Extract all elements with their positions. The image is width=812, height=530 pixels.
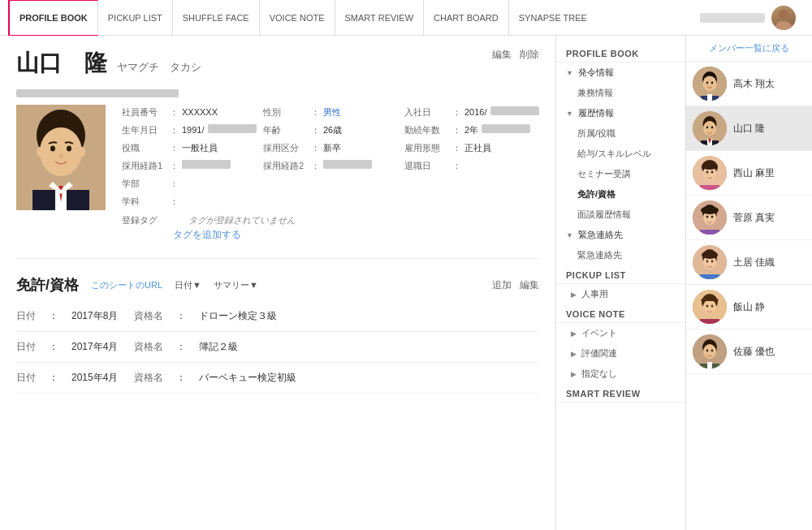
svg-point-47 xyxy=(702,251,718,259)
sidebar-smart-title: SMART REVIEW xyxy=(556,384,685,403)
field-position: 役職 ： 一般社員 xyxy=(122,140,257,156)
profile-fields: 社員番号 ： XXXXXX 性別 ： 男性 入社日 ： 2016/ xyxy=(122,105,539,242)
field-major xyxy=(263,176,398,192)
field-employment: 雇用形態 ： 正社員 xyxy=(404,140,539,156)
qual-date-1: 日付 ： 2017年4月 xyxy=(16,340,118,354)
sidebar-item-dept-position[interactable]: 所属/役職 xyxy=(556,123,685,144)
member-avatar-6 xyxy=(693,334,727,368)
field-service-years: 勤続年数 ： 2年 xyxy=(404,123,539,138)
right-sidebar: メンバー一覧に戻る 高木 翔太 xyxy=(686,36,812,530)
field-dept: 学部 ： xyxy=(122,176,257,192)
svg-rect-32 xyxy=(700,185,719,190)
nav-voice-note[interactable]: VOICE NOTE xyxy=(260,0,335,36)
svg-point-38 xyxy=(711,216,714,218)
member-item-4[interactable]: 土居 佳織 xyxy=(686,240,812,285)
member-item-0[interactable]: 高木 翔太 xyxy=(686,62,812,106)
sidebar-item-evaluation[interactable]: ▶ 評価関連 xyxy=(556,343,685,364)
member-avatar-5 xyxy=(693,290,727,324)
sidebar-item-seminar[interactable]: セミナー受講 xyxy=(556,164,685,184)
member-item-2[interactable]: 西山 麻里 xyxy=(686,151,812,196)
qualifications-actions: 追加 編集 xyxy=(492,278,539,292)
delete-button[interactable]: 削除 xyxy=(520,48,539,62)
sidebar-item-salary-skill[interactable]: 給与/スキルレベル xyxy=(556,144,685,164)
svg-point-44 xyxy=(706,261,708,263)
user-area xyxy=(692,6,804,30)
member-name-3: 菅原 真実 xyxy=(733,211,775,225)
edit-qual-button[interactable]: 編集 xyxy=(520,278,539,292)
qualifications-section: 免許/資格 このシートのURL 日付▼ サマリー▼ 追加 編集 日付 ： 201… xyxy=(16,275,539,394)
svg-point-5 xyxy=(50,146,55,152)
qual-name-1: 資格名 ： 簿記２級 xyxy=(134,340,238,354)
member-name-2: 西山 麻里 xyxy=(733,166,775,180)
sheet-url-link[interactable]: このシートのURL xyxy=(91,279,162,291)
user-avatar[interactable] xyxy=(771,6,796,30)
member-name-5: 飯山 静 xyxy=(733,300,765,314)
svg-point-33 xyxy=(702,163,718,170)
profile-photo xyxy=(16,105,106,210)
svg-point-8 xyxy=(79,147,85,157)
nav-pickup-list[interactable]: PICKUP LIST xyxy=(98,0,173,36)
member-item-5[interactable]: 飯山 静 xyxy=(686,285,812,330)
svg-point-52 xyxy=(711,305,714,308)
nav-synapse-tree[interactable]: SYNAPSE TREE xyxy=(509,0,597,36)
sidebar-item-event[interactable]: ▶ イベント xyxy=(556,323,685,343)
qual-entry-2: 日付 ： 2015年4月 資格名 ： バーベキュー検定初級 xyxy=(16,363,539,394)
sidebar-item-concurrent[interactable]: 兼務情報 xyxy=(556,83,685,103)
qual-date-2: 日付 ： 2015年4月 xyxy=(16,371,118,385)
field-major-label: 学科 ： xyxy=(122,194,257,209)
edit-button[interactable]: 編集 xyxy=(492,48,512,62)
sidebar-item-license[interactable]: 免許/資格 xyxy=(556,184,685,205)
svg-point-1 xyxy=(775,21,792,30)
middle-sidebar: PROFILE BOOK ▼ 発令情報 兼務情報 ▼ 履歴情報 所属/役職 給与… xyxy=(556,36,686,530)
member-item-6[interactable]: 佐藤 優也 xyxy=(686,330,812,374)
field-age: 年齢 ： 26歳 xyxy=(263,123,398,138)
sidebar-item-interview[interactable]: 面談履歴情報 xyxy=(556,205,685,225)
profile-name-block: 山口 隆 ヤマグチ タカシ xyxy=(16,48,201,79)
svg-point-23 xyxy=(711,127,713,129)
member-avatar-3 xyxy=(693,200,727,235)
sidebar-item-history[interactable]: ▼ 履歴情報 xyxy=(556,103,685,123)
user-avatar-icon xyxy=(771,6,796,30)
svg-point-7 xyxy=(37,147,43,157)
profile-detail: 社員番号 ： XXXXXX 性別 ： 男性 入社日 ： 2016/ xyxy=(16,105,539,259)
nav-smart-review[interactable]: SMART REVIEW xyxy=(335,0,425,36)
field-hire-route1: 採用経路1 ： xyxy=(122,158,257,174)
profile-actions: 編集 削除 xyxy=(492,48,539,62)
qual-name-2: 資格名 ： バーベキュー検定初級 xyxy=(134,371,296,385)
profile-name-kana: ヤマグチ タカシ xyxy=(117,60,201,75)
back-to-members-btn[interactable]: メンバー一覧に戻る xyxy=(686,36,812,62)
add-tag-link[interactable]: タグを追加する xyxy=(173,229,241,240)
summary-filter-btn[interactable]: サマリー▼ xyxy=(214,279,258,291)
profile-name-kanji: 山口 隆 xyxy=(16,48,107,79)
field-hire-type: 採用区分 ： 新卒 xyxy=(263,140,398,156)
sidebar-item-hr[interactable]: ▶ 人事用 xyxy=(556,284,685,304)
svg-rect-60 xyxy=(707,362,712,368)
nav-shuffle-face[interactable]: SHUFFLE FACE xyxy=(173,0,260,36)
qualifications-header: 免許/資格 このシートのURL 日付▼ サマリー▼ 追加 編集 xyxy=(16,275,539,295)
field-employee-no: 社員番号 ： XXXXXX xyxy=(122,105,257,120)
svg-point-30 xyxy=(706,171,709,174)
svg-point-40 xyxy=(701,206,719,214)
svg-point-6 xyxy=(67,146,71,152)
profile-header: 山口 隆 ヤマグチ タカシ 編集 削除 xyxy=(16,48,539,79)
sidebar-item-order-info[interactable]: ▼ 発令情報 xyxy=(556,62,685,83)
sidebar-item-unspecified[interactable]: ▶ 指定なし xyxy=(556,364,685,384)
svg-point-16 xyxy=(711,82,713,84)
sidebar-item-emergency-contact[interactable]: 緊急連絡先 xyxy=(556,245,685,265)
profile-face-svg xyxy=(16,105,106,210)
member-item-1[interactable]: 山口 隆 xyxy=(686,106,812,151)
date-filter-btn[interactable]: 日付▼ xyxy=(175,279,201,291)
sidebar-item-emergency[interactable]: ▼ 緊急連絡先 xyxy=(556,225,685,245)
user-name-blurred xyxy=(700,13,765,23)
svg-point-31 xyxy=(711,171,714,174)
nav-chart-board[interactable]: CHART BOARD xyxy=(424,0,509,36)
add-tag-area: タグを追加する xyxy=(122,228,539,242)
main-layout: 山口 隆 ヤマグチ タカシ 編集 削除 xyxy=(0,36,812,530)
add-qual-button[interactable]: 追加 xyxy=(492,278,512,292)
content-area: 山口 隆 ヤマグチ タカシ 編集 削除 xyxy=(0,36,556,530)
nav-profile-book[interactable]: PROFILE BOOK xyxy=(8,0,98,36)
member-item-3[interactable]: 菅原 真実 xyxy=(686,196,812,240)
qual-entry-0: 日付 ： 2017年8月 資格名 ： ドローン検定３級 xyxy=(16,301,539,332)
svg-point-58 xyxy=(711,350,713,352)
sidebar-voice-title: VOICE NOTE xyxy=(556,304,685,323)
